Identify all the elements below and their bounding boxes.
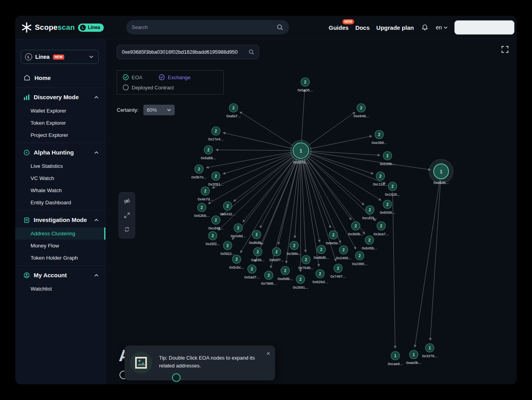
graph-edge [304,159,340,243]
sidebar-item-live-statistics[interactable]: Live Statistics [15,160,105,172]
graph-edge [301,89,304,142]
graph-node[interactable]: 20xce8d... [231,224,246,238]
graph-node[interactable]: 20x2390... [352,251,367,266]
global-search[interactable] [126,20,289,35]
graph-node[interactable]: 20xe948... [353,104,369,118]
graph-node[interactable]: 20xc116... [373,172,388,186]
language-selector[interactable]: en [436,24,448,31]
sidebar-item-entity-dashboard[interactable]: Entity Dashboard [15,196,105,209]
graph-node[interactable]: 20x5cbc... [229,255,244,269]
graph-node[interactable]: 20x7487... [330,264,346,278]
graph-node[interactable]: 20x2469... [336,245,351,260]
graph-node[interactable]: 10xae0b... [406,350,421,365]
address-input[interactable] [117,49,248,55]
graph-node[interactable]: 20x62b5... [194,203,209,218]
graph-node[interactable]: 20x0b7e... [191,165,206,179]
address-search-box[interactable] [117,45,259,59]
section-label: Alpha Hunting [34,149,74,156]
sidebar-section-discovery-mode[interactable]: Discovery Mode [15,89,105,105]
sidebar-item-wallet-explorer[interactable]: Wallet Explorer [15,105,105,117]
graph-node[interactable]: 20x5ad7... [244,265,259,279]
sidebar-item-token-holder-graph[interactable]: Token Holder Graph [15,252,105,264]
graph-node[interactable]: 20x17e4... [208,127,223,141]
graph-canvas[interactable]: 10x5076...10xe936...20x5a05...20xafa7...… [106,39,517,384]
node-count: 2 [226,244,229,248]
legend-eoa[interactable]: EOA [123,74,142,80]
sidebar-section-investigation-mode[interactable]: Investigation Mode [15,212,105,227]
toast-avatar [130,352,152,374]
certainty-select[interactable]: 60% [143,105,175,115]
graph-node[interactable]: 20x3ea7... [373,222,389,236]
search-icon [277,24,284,31]
graph-node[interactable]: 20x8e5e... [326,231,341,245]
graph-node[interactable]: 20xd6d6... [249,230,264,245]
graph-node[interactable]: 10xcae8... [388,351,403,366]
legend-exchange[interactable]: Exchange [159,74,190,80]
node-count: 2 [215,174,217,178]
graph-node[interactable]: 20x645b... [362,236,377,250]
refresh-icon[interactable] [119,222,134,236]
nav-docs[interactable]: Docs [355,24,370,31]
graph-node[interactable]: 20x5a05... [297,78,313,92]
sidebar-item-home[interactable]: Home [15,69,105,86]
graph-node[interactable]: 10x3379... [422,344,437,358]
notification-bell-icon[interactable] [420,23,429,32]
graph-node[interactable]: 20xb5f7... [270,247,284,262]
graph-node[interactable]: 20x530b... [380,151,395,166]
graph-edge [278,159,299,244]
graph-node[interactable]: 20x2691... [293,275,308,289]
node-count: 2 [368,238,371,242]
graph-node[interactable]: 10xe936... [429,159,453,185]
sidebar-item-whale-watch[interactable]: Whale Watch [15,184,105,196]
expand-icon[interactable] [119,208,134,222]
search-icon[interactable] [248,49,259,55]
graph-node[interactable]: 20xcd48... [208,216,224,230]
graph-node[interactable]: 20xafa7... [226,104,241,118]
graph-node-overlay[interactable] [172,373,181,382]
eye-off-icon[interactable] [119,194,134,208]
graph-node[interactable]: 20xfd22... [221,241,235,256]
chain-badge: L Linea [78,24,104,32]
node-count: 2 [284,269,286,273]
search-input[interactable] [132,24,277,30]
nav-guides[interactable]: Guides NEW [329,24,349,31]
node-count: 2 [207,148,210,152]
node-address-label: 0x62b5... [194,213,209,218]
graph-node[interactable]: 20x6432... [220,202,235,216]
node-count: 2 [360,106,362,110]
sidebar-item-vc-watch[interactable]: VC Watch [15,172,105,184]
sidebar-item-watchlist[interactable]: Watchlist [15,283,105,295]
node-address-label: 0x3379... [422,354,437,358]
graph-node[interactable]: 20x25f2... [206,231,220,246]
node-count: 2 [255,233,258,237]
sidebar-item-money-flow[interactable]: Money Flow [15,240,105,252]
graph-edge [223,133,292,149]
network-selector[interactable]: L Linea NEW [21,50,99,64]
sidebar-item-token-explorer[interactable]: Token Explorer [15,117,105,129]
sidebar-item-project-explorer[interactable]: Project Explorer [15,129,105,141]
close-icon[interactable]: × [266,350,270,357]
graph-node[interactable]: 20xeb8b... [277,266,293,281]
graph-node[interactable]: 20x826d... [312,269,328,284]
graph-node[interactable]: 20x7988... [261,271,276,285]
sidebar-section-my-account[interactable]: My Account [15,267,105,283]
graph-node[interactable]: 20xcd15... [362,205,378,220]
fullscreen-icon[interactable] [501,45,510,54]
wallet-connect-button[interactable] [454,20,514,35]
graph-node[interactable]: 20xd39... [251,247,264,262]
check-circle-icon [123,74,129,80]
legend-deployed-contract[interactable]: Deployed Contract [123,84,174,91]
section-label: Investigation Mode [34,216,87,223]
brand: Scopescan L Linea [22,16,104,39]
node-count: 2 [237,226,239,230]
graph-node[interactable]: 20x4e7d... [197,187,213,201]
graph-node[interactable]: 10x5076... [291,141,311,164]
divider [15,143,105,143]
sidebar-item-address-clustering[interactable]: Address Clustering [15,227,105,240]
graph-node[interactable]: 20xe399... [371,130,387,145]
graph-node[interactable]: 20x2051... [208,172,223,186]
node-count: 2 [235,257,238,262]
graph-node[interactable]: 20x5abb... [201,145,216,160]
sidebar-section-alpha-hunting[interactable]: Alpha Hunting [15,145,105,160]
nav-upgrade-plan[interactable]: Upgrade plan [376,24,414,31]
